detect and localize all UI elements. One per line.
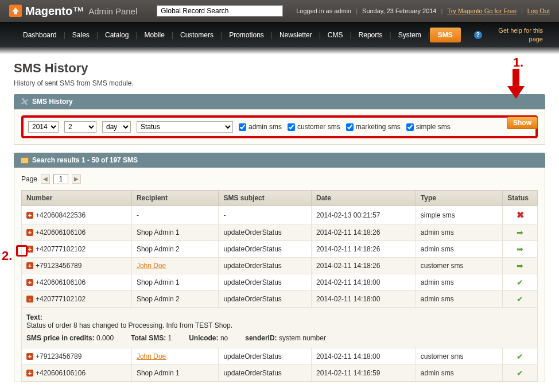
cell-subject: updateOrderStatus (219, 348, 312, 365)
nav-system[interactable]: System (391, 26, 428, 44)
cell-number: +420606106106 (36, 369, 86, 377)
col-number[interactable]: Number (22, 191, 132, 206)
year-select[interactable]: 2014 (28, 121, 59, 133)
col-subject[interactable]: SMS subject (219, 191, 312, 206)
cell-type: admin sms (416, 224, 503, 241)
nav-promotions[interactable]: Promotions (222, 26, 271, 44)
check-customer-sms[interactable]: customer sms (288, 123, 340, 131)
cell-recipient: John Doe (131, 348, 219, 365)
table-row: -+420777102102Shop Admin 2updateOrderSta… (22, 291, 538, 308)
cell-date: 2014-02-11 14:18:00 (312, 274, 416, 291)
cell-status: ➡ (503, 241, 538, 258)
nav-customers[interactable]: Customers (173, 26, 220, 44)
day-select[interactable]: day (102, 121, 131, 133)
expand-toggle[interactable]: + (26, 279, 33, 286)
col-recipient[interactable]: Recipient (131, 191, 219, 206)
cell-number: +79123456789 (36, 262, 81, 270)
detail-text-label: Text: (26, 313, 42, 321)
check-simple-sms[interactable]: simple sms (406, 123, 451, 131)
table-row: ++420606106106Shop Admin 1updateOrderSta… (22, 274, 538, 291)
expand-toggle[interactable]: + (26, 212, 33, 219)
results-panel-header: Search results 1 - 50 of 197 SMS (14, 153, 545, 168)
recipient-link[interactable]: John Doe (137, 262, 166, 270)
page-next-button[interactable]: ▶ (72, 174, 81, 184)
show-button[interactable]: Show (507, 117, 538, 129)
magento-icon (9, 5, 22, 17)
col-type[interactable]: Type (416, 191, 503, 206)
nav-dashboard[interactable]: Dashboard (16, 26, 64, 44)
status-ok-icon: ✔ (507, 368, 533, 378)
expand-toggle[interactable]: - (26, 296, 33, 302)
filter-bar: 2014 2 day Status admin sms customer sms… (14, 109, 545, 145)
expand-toggle[interactable]: + (26, 262, 33, 269)
header-date: Sunday, 23 February 2014 (362, 7, 436, 14)
cell-status: ✔ (503, 291, 538, 308)
status-sent-icon: ➡ (507, 228, 533, 237)
check-admin-sms[interactable]: admin sms (239, 123, 282, 131)
help-link[interactable]: ? Get help for this page (474, 26, 543, 43)
table-row: ++420777102102Shop Admin 2updateOrderSta… (22, 241, 538, 258)
detail-text: Status of order 8 has changed to Process… (26, 321, 533, 329)
col-date[interactable]: Date (312, 191, 416, 206)
cell-status: ✔ (503, 348, 538, 365)
header-meta: Logged in as admin | Sunday, 23 February… (296, 7, 550, 14)
cell-date: 2014-02-11 14:18:00 (312, 291, 416, 308)
main-nav: Dashboard| Sales| Catalog| Mobile| Custo… (0, 22, 559, 47)
cell-number: +420606106106 (36, 228, 86, 236)
wrench-icon (19, 96, 30, 107)
cell-number: +420608422536 (36, 211, 86, 219)
status-ok-icon: ✔ (507, 352, 533, 361)
cell-recipient: John Doe (131, 258, 219, 274)
expand-toggle[interactable]: + (26, 229, 33, 236)
expand-toggle[interactable]: + (26, 353, 33, 360)
cell-type: customer sms (416, 258, 503, 274)
cell-date: 2014-02-11 14:18:26 (312, 258, 416, 274)
annotation-2: 2. (2, 249, 12, 263)
annotation-1: 1. (513, 55, 523, 70)
check-marketing-sms[interactable]: marketing sms (346, 123, 401, 131)
col-status[interactable]: Status (503, 191, 538, 206)
table-row: ++79123456789John DoeupdateOrderStatus20… (22, 258, 538, 274)
cell-recipient: Shop Admin 1 (131, 365, 219, 382)
status-select[interactable]: Status (137, 121, 233, 133)
table-row: ++79123456789John DoeupdateOrderStatus20… (22, 348, 538, 365)
logo: Magento™ Admin Panel (9, 5, 137, 18)
folder-icon (21, 157, 29, 164)
page-subtitle: History of sent SMS from SMS module. (14, 79, 545, 87)
cell-recipient: Shop Admin 2 (131, 291, 219, 308)
cell-recipient: Shop Admin 1 (131, 224, 219, 241)
nav-cms[interactable]: CMS (321, 26, 350, 44)
pager: Page ◀ ▶ (21, 174, 538, 184)
nav-reports[interactable]: Reports (352, 26, 390, 44)
cell-type: admin sms (416, 241, 503, 258)
cell-status: ✖ (503, 206, 538, 224)
expand-toggle[interactable]: + (26, 370, 33, 377)
cell-subject: updateOrderStatus (219, 241, 312, 258)
logout-link[interactable]: Log Out (527, 7, 550, 14)
cell-recipient: - (131, 206, 219, 224)
global-search (157, 5, 283, 17)
recipient-link[interactable]: John Doe (137, 352, 166, 360)
nav-mobile[interactable]: Mobile (138, 26, 172, 44)
cell-type: admin sms (416, 291, 503, 308)
global-search-input[interactable] (157, 5, 283, 17)
cell-status: ✔ (503, 274, 538, 291)
row-detail: Text:Status of order 8 has changed to Pr… (22, 308, 538, 348)
nav-sms[interactable]: SMS (430, 28, 461, 42)
page-prev-button[interactable]: ◀ (41, 174, 50, 184)
filter-panel-header: SMS History (14, 94, 545, 109)
cell-date: 2014-02-11 14:18:00 (312, 348, 416, 365)
table-row: ++420606106106Shop Admin 1updateOrderSta… (22, 224, 538, 241)
nav-catalog[interactable]: Catalog (98, 26, 135, 44)
cell-type: admin sms (416, 365, 503, 382)
try-magento-link[interactable]: Try Magento Go for Free (447, 7, 517, 14)
status-ok-icon: ✔ (507, 278, 533, 287)
status-sent-icon: ➡ (507, 261, 533, 270)
month-select[interactable]: 2 (64, 121, 96, 133)
status-ok-icon: ✔ (507, 294, 533, 304)
table-row: ++420606106106Shop Admin 1updateOrderSta… (22, 365, 538, 382)
nav-newsletter[interactable]: Newsletter (273, 26, 319, 44)
page-input[interactable] (53, 174, 68, 184)
nav-sales[interactable]: Sales (65, 26, 96, 44)
cell-number: +420777102102 (36, 245, 86, 253)
